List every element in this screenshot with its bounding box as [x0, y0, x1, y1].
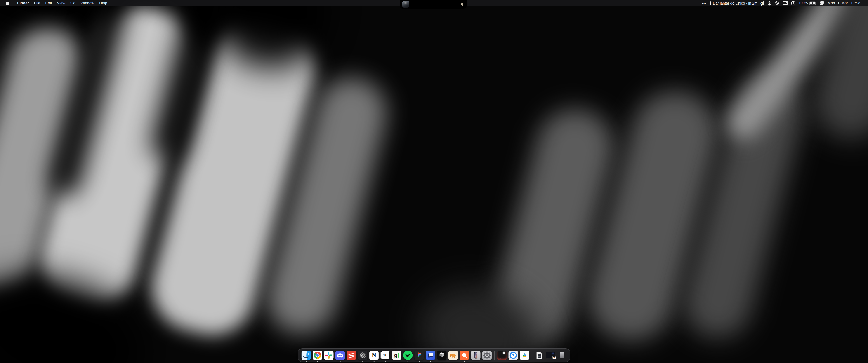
dock-item-figma[interactable] — [414, 348, 425, 362]
desktop-wallpaper — [0, 0, 868, 363]
running-indicator — [418, 361, 420, 362]
framer-icon — [437, 351, 447, 360]
display-icon[interactable] — [782, 0, 788, 6]
menu-file[interactable]: File — [32, 1, 43, 5]
raycast-icon: raycast — [497, 351, 506, 360]
apple-menu-icon[interactable] — [6, 1, 10, 5]
google-drive-icon — [520, 351, 529, 360]
menu-edit[interactable]: Edit — [43, 1, 55, 5]
menu-app-name[interactable]: Finder — [15, 1, 32, 5]
audio-visualizer-icon — [459, 0, 463, 8]
menu-window[interactable]: Window — [78, 1, 97, 5]
dock-item-screenshot-file[interactable]: 11 — [545, 348, 556, 362]
dock-item-screen-studio[interactable] — [425, 348, 436, 362]
pick-icon[interactable] — [775, 0, 780, 6]
control-center-icon[interactable] — [819, 0, 825, 6]
running-indicator — [430, 361, 431, 362]
slack-icon — [324, 351, 334, 360]
discord-icon — [336, 351, 345, 360]
battery-status[interactable]: 100% — [799, 1, 817, 5]
one-password-icon[interactable] — [791, 0, 796, 6]
dock-item-notion[interactable]: N — [368, 348, 380, 362]
menu-go[interactable]: Go — [68, 1, 78, 5]
grammar-g-icon[interactable]: g — [761, 0, 764, 6]
1password-icon — [508, 351, 518, 360]
dock-item-notion-calendar[interactable]: 10 — [380, 348, 391, 362]
dock-separator — [532, 351, 532, 360]
running-indicator — [385, 361, 386, 362]
linear-icon — [358, 351, 368, 360]
menu-time: 17:58 — [850, 1, 860, 5]
dock-item-document-file[interactable] — [534, 348, 545, 362]
sun-gear-icon[interactable] — [767, 0, 772, 6]
reminder-bar-icon — [710, 1, 711, 5]
dock-item-postman[interactable] — [459, 348, 470, 362]
reminder-widget[interactable]: Dar jantar do Chico · in 2m — [710, 1, 757, 5]
overflow-menu-icon[interactable]: ••• — [702, 0, 707, 6]
dock-item-spotify[interactable] — [402, 348, 414, 362]
battery-percent: 100% — [799, 1, 808, 5]
menu-help[interactable]: Help — [97, 1, 110, 5]
running-indicator — [464, 361, 465, 362]
granola-icon: g — [392, 351, 401, 360]
desktop: Finder File Edit View Go Window Help •••… — [0, 0, 868, 363]
finder-icon — [302, 351, 311, 360]
dock-item-raycast[interactable]: raycast — [496, 348, 507, 362]
dock-item-iphone-mirroring[interactable] — [470, 348, 482, 362]
notion-calendar-icon: 10 — [381, 351, 390, 360]
dock-item-linear[interactable] — [357, 348, 368, 362]
dock-item-slack[interactable] — [323, 348, 335, 362]
dock-item-chrome[interactable] — [312, 348, 323, 362]
album-art — [402, 1, 409, 8]
dock-item-finder[interactable] — [301, 348, 312, 362]
dock-item-elephant-app[interactable] — [447, 348, 459, 362]
elephant-icon — [448, 351, 458, 360]
notion-icon: N — [369, 351, 379, 360]
dock-item-1password[interactable] — [507, 348, 519, 362]
battery-charging-icon — [809, 1, 817, 5]
dock-item-google-drive[interactable] — [519, 348, 530, 362]
todoist-icon — [347, 351, 356, 360]
dock-item-trash[interactable] — [556, 348, 567, 362]
running-indicator — [373, 361, 375, 362]
spotify-icon — [403, 351, 413, 360]
screen-studio-icon — [426, 351, 435, 360]
dock-item-framer[interactable] — [436, 348, 447, 362]
chrome-icon — [313, 351, 322, 360]
menu-bar-status: ••• Dar jantar do Chico · in 2m g — [702, 0, 860, 6]
menu-bar-left: Finder File Edit View Go Window Help — [0, 1, 110, 5]
dock: N 10 g — [298, 348, 570, 362]
system-settings-icon — [483, 351, 492, 360]
trash-icon — [557, 351, 567, 360]
dock-separator — [494, 351, 495, 360]
reminder-text: Dar jantar do Chico · in 2m — [713, 1, 757, 5]
notch-media-widget[interactable] — [400, 0, 467, 8]
dock-item-granola[interactable]: g — [391, 348, 402, 362]
screenshot-file-icon: 11 — [546, 351, 555, 360]
dock-item-discord[interactable] — [335, 348, 346, 362]
calendar-date-number: 10 — [383, 353, 388, 358]
postman-icon — [460, 351, 469, 360]
menu-date: Mon 10 Mar — [828, 1, 848, 5]
dock-item-todoist[interactable] — [346, 348, 357, 362]
document-file-icon — [535, 351, 544, 360]
iphone-mirroring-icon — [471, 351, 480, 360]
menu-view[interactable]: View — [55, 1, 68, 5]
running-indicator — [407, 361, 408, 362]
sparkle-icon — [502, 352, 505, 354]
dock-item-system-settings[interactable] — [482, 348, 493, 362]
running-indicator — [340, 361, 341, 362]
running-indicator — [306, 361, 307, 362]
figma-icon — [414, 351, 424, 360]
running-indicator — [362, 361, 363, 362]
running-indicator — [317, 361, 318, 362]
menu-clock[interactable]: Mon 10 Mar 17:58 — [828, 1, 860, 5]
calendar-badge-icon: 11 — [553, 356, 556, 359]
